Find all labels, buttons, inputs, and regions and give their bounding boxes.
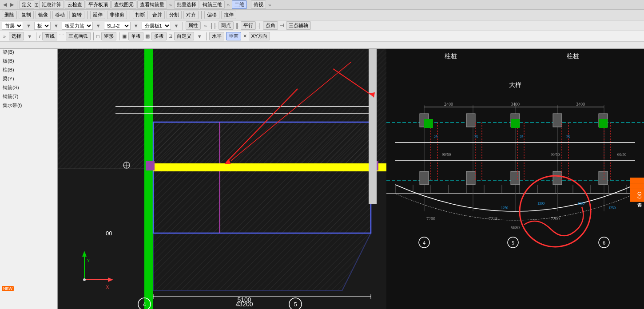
feedback-buttons: 意见 反馈 关注 我们 QQ咨询 — [630, 178, 644, 202]
browser-cad-svg: 柱桩 柱桩 大样 2400 3400 3400 7200 7218 7200 5… — [386, 25, 644, 309]
component-select[interactable]: 板 — [34, 22, 51, 30]
sidebar-item-beam-b[interactable]: 梁(B) — [0, 48, 57, 56]
svg-text:1250: 1250 — [501, 206, 508, 210]
btn-rebar-qty[interactable]: 查看钢筋量 — [137, 0, 167, 9]
sidebar-new-section: NEW — [2, 286, 14, 291]
svg-rect-18 — [369, 49, 377, 204]
svg-rect-3 — [58, 49, 149, 169]
btn-summary[interactable]: 汇总计算 — [39, 0, 64, 9]
svg-text:7200: 7200 — [426, 216, 435, 221]
btn-3point-axis[interactable]: 三点辅轴 — [286, 21, 311, 30]
svg-text:25: 25 — [434, 135, 437, 139]
feedback-btn[interactable]: 意见 反馈 — [630, 178, 644, 183]
svg-text:90/50: 90/50 — [551, 152, 560, 157]
svg-text:7218: 7218 — [489, 216, 497, 221]
btn-cloud[interactable]: 云检查 — [65, 0, 85, 9]
new-badge: NEW — [2, 286, 14, 291]
svg-text:5680: 5680 — [511, 225, 520, 230]
btn-extend[interactable]: 延伸 — [90, 11, 105, 19]
btn-line[interactable]: 直线 — [42, 32, 57, 40]
btn-select[interactable]: 选择 — [9, 32, 24, 40]
btn-rebar-3d[interactable]: 钢筋三维 — [200, 0, 225, 9]
cad-svg: 5100 43200 00 4 5 Y X — [58, 49, 386, 309]
svg-text:43200: 43200 — [236, 301, 253, 308]
toolbar-row4: » 选择 ▼ / 直线 ⌒ 三点画弧 □ 矩形 ▣ 单板 ▩ 多板 ⊡ 自定义 … — [0, 31, 644, 42]
btn-no-trim[interactable]: 非修剪 — [107, 11, 127, 19]
svg-rect-72 — [424, 119, 433, 128]
btn-copy[interactable]: 复制 — [19, 11, 34, 19]
btn-parallel[interactable]: 平行 — [241, 21, 256, 30]
btn-break[interactable]: 打断 — [133, 11, 148, 19]
toolbar-row3: 首层 ▼ 板 ▼ 板受力筋 ▼ SLJ-2 ▼ 分层板1 ▼ 属性 » ┤├ 两… — [0, 20, 644, 31]
svg-text:5: 5 — [512, 240, 514, 246]
svg-text:柱桩: 柱桩 — [567, 53, 579, 59]
svg-text:2400: 2400 — [444, 102, 453, 107]
btn-custom[interactable]: 自定义 — [174, 32, 194, 40]
svg-text:5: 5 — [294, 301, 297, 308]
svg-text:25: 25 — [520, 135, 523, 139]
btn-rotate[interactable]: 旋转 — [69, 11, 84, 19]
btn-split[interactable]: 分割 — [167, 11, 182, 19]
btn-define[interactable]: 定义 — [19, 0, 34, 9]
type-select[interactable]: SLJ-2 — [104, 22, 131, 30]
btn-horizontal[interactable]: 水平 — [209, 32, 224, 40]
svg-text:1250: 1250 — [608, 206, 616, 210]
sidebar-item-rebar-s[interactable]: 钢筋(S) — [0, 83, 57, 92]
btn-align[interactable]: 对齐 — [183, 11, 199, 19]
btn-batch-select[interactable]: 批量选择 — [174, 0, 199, 9]
qq-btn[interactable]: QQ咨询 — [630, 189, 644, 202]
btn-property[interactable]: 属性 — [186, 21, 201, 30]
btn-delete[interactable]: 删除 — [2, 11, 17, 19]
svg-rect-55 — [420, 171, 429, 185]
toolbar-row1: ◀ ▶ 定义 Σ 汇总计算 云检查 平齐板顶 查找图元 查看钢筋量 » 批量选择… — [0, 0, 644, 10]
svg-rect-74 — [599, 119, 608, 128]
follow-btn[interactable]: 关注 我们 — [630, 183, 644, 189]
nav-back[interactable]: ◀ — [2, 2, 8, 8]
btn-xy-dir[interactable]: XY方向 — [249, 32, 270, 40]
top-toolbar: ◀ ▶ 定义 Σ 汇总计算 云检查 平齐板顶 查找图元 查看钢筋量 » 批量选择… — [0, 0, 644, 49]
btn-multi-slab[interactable]: 多板 — [151, 32, 167, 40]
floor-select[interactable]: 首层 — [2, 22, 23, 30]
btn-arc[interactable]: 三点画弧 — [66, 32, 91, 40]
btn-2d[interactable]: 二维 — [232, 0, 247, 9]
toolbar-row2: 删除 复制 镜像 移动 旋转 延伸 非修剪 打断 合并 分割 对齐 偏移 拉伸 — [0, 10, 644, 20]
btn-merge[interactable]: 合并 — [150, 11, 165, 19]
btn-single-slab[interactable]: 单板 — [128, 32, 143, 40]
svg-rect-57 — [511, 171, 520, 185]
btn-offset[interactable]: 偏移 — [204, 11, 219, 19]
svg-rect-12 — [153, 163, 386, 171]
nav-forward[interactable]: ▶ — [9, 2, 15, 8]
btn-point-angle[interactable]: 点角 — [263, 21, 278, 30]
rebar-select[interactable]: 板受力筋 — [62, 22, 93, 30]
sidebar-item-rebar-7[interactable]: 钢筋(7) — [0, 92, 57, 101]
layer-select[interactable]: 分层板1 — [142, 22, 171, 30]
btn-stretch[interactable]: 拉伸 — [221, 11, 236, 19]
svg-text:00: 00 — [106, 230, 112, 237]
svg-text:大样: 大样 — [509, 82, 521, 88]
svg-text:25: 25 — [566, 135, 570, 139]
svg-text:3400: 3400 — [576, 102, 585, 107]
btn-vertical[interactable]: 垂直 — [226, 32, 241, 40]
btn-find[interactable]: 查找图元 — [111, 0, 136, 9]
sidebar-item-col-b[interactable]: 柱(B) — [0, 65, 57, 74]
svg-text:3400: 3400 — [511, 102, 520, 107]
svg-rect-5 — [144, 49, 153, 309]
sidebar-item-slab-b[interactable]: 板(B) — [0, 56, 57, 65]
sidebar-item-sump-t[interactable]: 集水带(t) — [0, 101, 57, 110]
svg-rect-51 — [466, 114, 475, 127]
svg-text:90/50: 90/50 — [442, 152, 451, 157]
svg-text:X: X — [106, 284, 109, 289]
btn-move[interactable]: 移动 — [52, 11, 68, 19]
btn-two-point[interactable]: 两点 — [219, 21, 234, 30]
svg-rect-59 — [599, 171, 608, 185]
btn-view[interactable]: 俯视 — [251, 0, 266, 9]
svg-rect-13 — [146, 161, 155, 170]
btn-align-top[interactable]: 平齐板顶 — [86, 0, 111, 9]
cad-canvas[interactable]: 5100 43200 00 4 5 Y X — [58, 49, 386, 309]
svg-rect-53 — [553, 114, 562, 127]
sidebar-item-beam-y[interactable]: 梁(Y) — [0, 74, 57, 83]
svg-text:6: 6 — [603, 240, 605, 246]
browser-content: 柱桩 柱桩 大样 2400 3400 3400 7200 7218 7200 5… — [386, 25, 644, 309]
btn-rect[interactable]: 矩形 — [101, 32, 116, 40]
btn-mirror[interactable]: 镜像 — [36, 11, 51, 19]
